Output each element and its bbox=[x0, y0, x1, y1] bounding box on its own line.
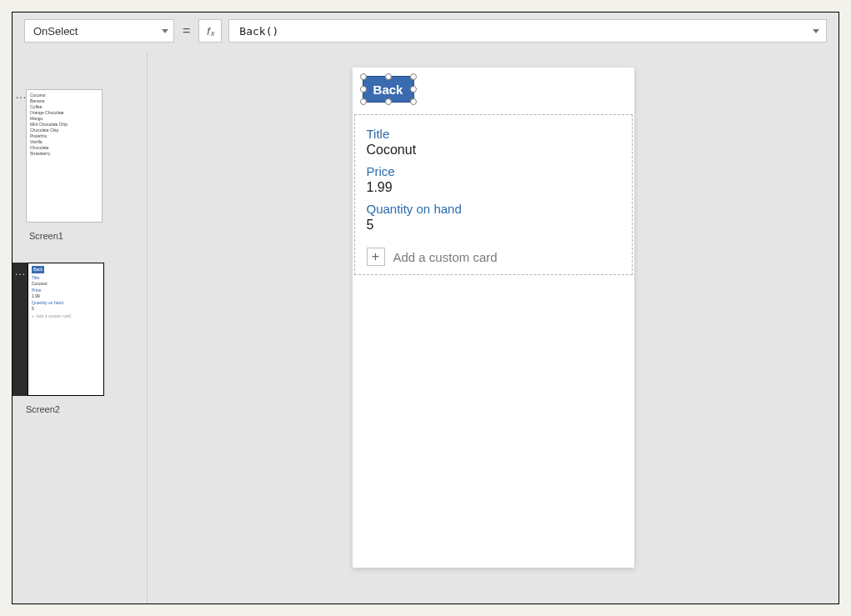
formula-bar: OnSelect = fx Back() bbox=[13, 13, 838, 53]
resize-handle[interactable] bbox=[360, 86, 367, 93]
field-title-label: Title bbox=[367, 127, 620, 141]
resize-handle[interactable] bbox=[410, 73, 417, 80]
screen1-label[interactable]: Screen1 bbox=[29, 231, 147, 241]
back-button-label: Back bbox=[373, 83, 403, 97]
screens-panel: ... Coconut Banana Coffee Orange Chocola… bbox=[13, 53, 148, 603]
chevron-down-icon bbox=[162, 29, 168, 33]
screen1-thumbnail-block: ... Coconut Banana Coffee Orange Chocola… bbox=[13, 89, 147, 241]
plus-icon: + bbox=[367, 248, 385, 266]
resize-handle[interactable] bbox=[385, 98, 392, 105]
canvas-area: Back Title Coconut Price bbox=[148, 53, 838, 603]
formula-input[interactable]: Back() bbox=[228, 19, 827, 43]
equals-label: = bbox=[181, 23, 192, 38]
property-selector[interactable]: OnSelect bbox=[24, 19, 174, 43]
screen1-thumbnail[interactable]: Coconut Banana Coffee Orange Chocolate M… bbox=[26, 89, 103, 223]
screen2-thumbnail[interactable]: Back Title Coconut Price 1.99 Quantity o… bbox=[28, 263, 104, 396]
formula-text: Back() bbox=[239, 25, 278, 38]
screen2-selected-strip: ... bbox=[13, 263, 28, 396]
more-icon[interactable]: ... bbox=[15, 266, 25, 278]
field-price-value: 1.99 bbox=[367, 180, 620, 195]
canvas-screen[interactable]: Back Title Coconut Price bbox=[353, 68, 634, 568]
chevron-down-icon bbox=[813, 29, 819, 33]
resize-handle[interactable] bbox=[410, 86, 417, 93]
resize-handle[interactable] bbox=[410, 98, 417, 105]
field-price-label: Price bbox=[367, 164, 620, 178]
screen2-thumbnail-block: ... Back Title Coconut Price 1.99 Quanti… bbox=[13, 263, 147, 414]
display-form[interactable]: Title Coconut Price 1.99 Quantity on han… bbox=[354, 114, 633, 275]
add-custom-card-label: Add a custom card bbox=[393, 250, 498, 264]
resize-handle[interactable] bbox=[385, 73, 392, 80]
powerapps-editor-frame: OnSelect = fx Back() ... Coconut bbox=[12, 12, 839, 604]
resize-handle[interactable] bbox=[360, 73, 367, 80]
screen2-label[interactable]: Screen2 bbox=[26, 404, 147, 414]
resize-handle[interactable] bbox=[360, 98, 367, 105]
more-icon[interactable]: ... bbox=[16, 89, 26, 101]
field-title-value: Coconut bbox=[367, 143, 620, 158]
field-qty-label: Quantity on hand bbox=[367, 202, 620, 216]
field-qty-value: 5 bbox=[367, 218, 620, 233]
back-button[interactable]: Back bbox=[363, 76, 414, 103]
fx-icon[interactable]: fx bbox=[198, 19, 222, 43]
property-selector-value: OnSelect bbox=[33, 25, 78, 38]
add-custom-card[interactable]: + Add a custom card bbox=[367, 248, 620, 266]
